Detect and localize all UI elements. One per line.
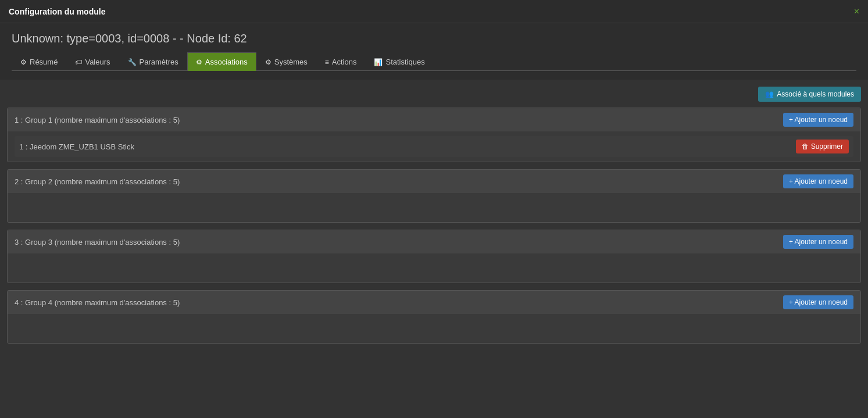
- group-4-header: 4 : Group 4 (nombre maximum d'associatio…: [8, 291, 860, 314]
- group-4-body: [8, 314, 860, 343]
- tab-icon-systemes: ⚙: [265, 58, 272, 66]
- tab-label-actions: Actions: [332, 58, 357, 66]
- modal-body: Unknown: type=0003, id=0008 - - Node Id:…: [0, 23, 868, 80]
- group-3: 3 : Group 3 (nombre maximum d'associatio…: [7, 230, 861, 283]
- tab-label-statistiques: Statistiques: [385, 58, 424, 66]
- group-4-title: 4 : Group 4 (nombre maximum d'associatio…: [15, 298, 180, 307]
- group-1-item-0-label: 1 : Jeedom ZME_UZB1 USB Stick: [19, 142, 134, 151]
- tab-statistiques[interactable]: 📊Statistiques: [365, 52, 433, 71]
- tab-icon-valeurs: 🏷: [75, 58, 82, 66]
- tab-parametres[interactable]: 🔧Paramètres: [119, 52, 187, 71]
- modal-header: Configuration du module ×: [0, 0, 868, 23]
- group-4-add-button[interactable]: + Ajouter un noeud: [783, 295, 853, 309]
- page-title: Unknown: type=0003, id=0008 - - Node Id:…: [12, 32, 856, 45]
- group-3-header: 3 : Group 3 (nombre maximum d'associatio…: [8, 230, 860, 253]
- group-1-item-0-delete-button[interactable]: 🗑 Supprimer: [796, 140, 849, 153]
- group-1-add-button[interactable]: + Ajouter un noeud: [783, 113, 853, 127]
- associate-icon: 👥: [765, 90, 774, 98]
- group-3-title: 3 : Group 3 (nombre maximum d'associatio…: [15, 238, 180, 246]
- close-button[interactable]: ×: [854, 7, 859, 16]
- group-2-add-button[interactable]: + Ajouter un noeud: [783, 174, 853, 188]
- group-2-body: [8, 193, 860, 222]
- tab-associations[interactable]: ⚙Associations: [187, 52, 256, 71]
- group-1-item-0: 1 : Jeedom ZME_UZB1 USB Stick🗑 Supprimer: [15, 136, 853, 157]
- group-3-add-button[interactable]: + Ajouter un noeud: [783, 235, 853, 249]
- group-1: 1 : Group 1 (nombre maximum d'associatio…: [7, 108, 861, 162]
- associate-label: Associé à quels modules: [777, 90, 854, 98]
- group-2-header: 2 : Group 2 (nombre maximum d'associatio…: [8, 170, 860, 193]
- group-1-body: 1 : Jeedom ZME_UZB1 USB Stick🗑 Supprimer: [8, 131, 860, 162]
- tab-valeurs[interactable]: 🏷Valeurs: [66, 52, 119, 71]
- tab-icon-associations: ⚙: [196, 58, 202, 66]
- tab-label-systemes: Systèmes: [274, 58, 308, 66]
- top-bar: 👥 Associé à quels modules: [7, 87, 861, 102]
- tab-icon-parametres: 🔧: [128, 58, 137, 66]
- tab-icon-resume: ⚙: [20, 58, 27, 66]
- modal-title: Configuration du module: [9, 7, 105, 16]
- tab-icon-actions: ≡: [325, 58, 329, 66]
- groups-container: 1 : Group 1 (nombre maximum d'associatio…: [7, 108, 861, 344]
- tab-label-valeurs: Valeurs: [85, 58, 110, 66]
- group-2: 2 : Group 2 (nombre maximum d'associatio…: [7, 169, 861, 223]
- group-4: 4 : Group 4 (nombre maximum d'associatio…: [7, 290, 861, 344]
- tab-label-associations: Associations: [205, 58, 248, 66]
- tab-icon-statistiques: 📊: [374, 58, 383, 66]
- group-1-header: 1 : Group 1 (nombre maximum d'associatio…: [8, 108, 860, 131]
- content-area: 👥 Associé à quels modules 1 : Group 1 (n…: [0, 80, 868, 418]
- tab-label-parametres: Paramètres: [140, 58, 178, 66]
- tab-actions[interactable]: ≡Actions: [316, 52, 366, 71]
- group-3-body: [8, 253, 860, 283]
- group-1-title: 1 : Group 1 (nombre maximum d'associatio…: [15, 116, 180, 124]
- tab-systemes[interactable]: ⚙Systèmes: [256, 52, 316, 71]
- associate-modules-button[interactable]: 👥 Associé à quels modules: [758, 87, 861, 102]
- nav-tabs: ⚙Résumé🏷Valeurs🔧Paramètres⚙Associations⚙…: [12, 52, 856, 71]
- trash-icon: 🗑: [802, 142, 809, 151]
- tab-label-resume: Résumé: [30, 58, 58, 66]
- group-2-title: 2 : Group 2 (nombre maximum d'associatio…: [15, 177, 180, 186]
- tab-resume[interactable]: ⚙Résumé: [12, 52, 66, 71]
